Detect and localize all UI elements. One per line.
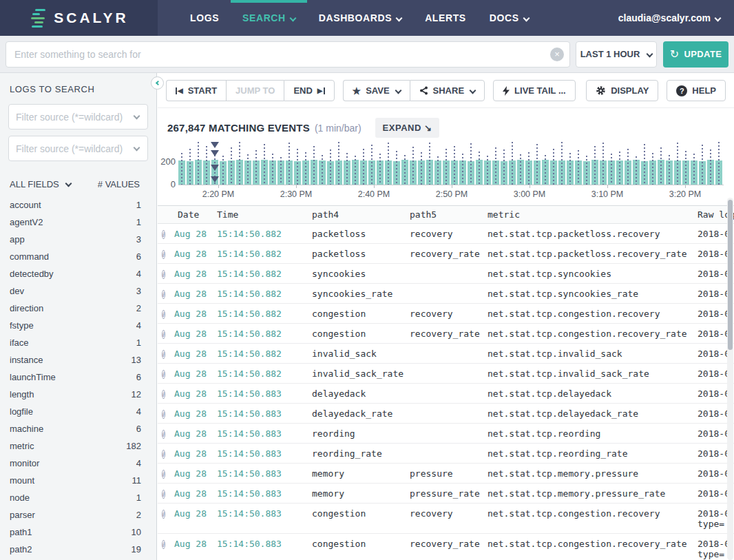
table-row[interactable]: iAug 2815:14:50.883reording_ratenet.stat… bbox=[158, 444, 734, 464]
field-item-path1[interactable]: path110 bbox=[8, 523, 148, 541]
share-dropdown[interactable]: SHARE bbox=[410, 80, 485, 101]
field-item-metric[interactable]: metric182 bbox=[8, 437, 148, 455]
clear-search-icon[interactable]: × bbox=[550, 48, 564, 61]
save-share-group: ★ SAVE SHARE bbox=[343, 80, 485, 101]
histogram-plot-area[interactable]: 2:20 PM2:30 PM2:40 PM2:50 PM3:00 PM3:10 … bbox=[178, 142, 724, 185]
table-row[interactable]: iAug 2815:14:50.882packetlossrecoverynet… bbox=[158, 224, 734, 244]
annotation-marker-icon[interactable] bbox=[211, 150, 219, 156]
all-fields-dropdown[interactable]: ALL FIELDS bbox=[10, 179, 71, 189]
cell-metric: net.stat.tcp.delayedack_rate bbox=[487, 404, 698, 423]
field-value-count: 6 bbox=[136, 372, 141, 382]
field-item-iface[interactable]: iface1 bbox=[8, 334, 148, 351]
table-row[interactable]: iAug 2815:14:50.882invalid_sack_ratenet.… bbox=[158, 364, 734, 384]
table-row[interactable]: iAug 2815:14:50.883congestionrecoverynet… bbox=[158, 504, 734, 534]
info-icon[interactable]: i bbox=[162, 410, 165, 419]
jump-to-button[interactable]: JUMP TO bbox=[226, 80, 284, 101]
info-icon[interactable]: i bbox=[162, 470, 165, 479]
log-filter-input-1[interactable] bbox=[8, 104, 148, 129]
end-button[interactable]: END ▶ bbox=[284, 80, 334, 101]
info-icon[interactable]: i bbox=[162, 390, 165, 399]
field-value-count: 182 bbox=[126, 441, 141, 451]
nav-item-dashboards[interactable]: DASHBOARDS bbox=[307, 0, 413, 36]
nav-item-search[interactable]: SEARCH bbox=[231, 0, 307, 36]
row-icon-cell: i bbox=[158, 324, 174, 343]
field-item-node[interactable]: node1 bbox=[8, 489, 148, 506]
save-dropdown[interactable]: ★ SAVE bbox=[343, 80, 410, 101]
table-row[interactable]: iAug 2815:14:50.882packetlossrecovery_ra… bbox=[158, 244, 734, 264]
field-item-monitor[interactable]: monitor4 bbox=[8, 455, 148, 472]
info-icon[interactable]: i bbox=[162, 370, 165, 379]
field-item-launchTime[interactable]: launchTime6 bbox=[8, 369, 148, 386]
field-item-mount[interactable]: mount11 bbox=[8, 472, 148, 489]
info-icon[interactable]: i bbox=[162, 290, 165, 299]
start-button[interactable]: ◀ START bbox=[166, 80, 226, 101]
table-row[interactable]: iAug 2815:14:50.883memorypressurenet.sta… bbox=[158, 464, 734, 484]
table-row[interactable]: iAug 2815:14:50.883delayedacknet.stat.tc… bbox=[158, 384, 734, 404]
info-icon[interactable]: i bbox=[162, 490, 165, 499]
nav-item-alerts[interactable]: ALERTS bbox=[413, 0, 478, 36]
field-item-parser[interactable]: parser2 bbox=[8, 506, 148, 523]
field-item-command[interactable]: command6 bbox=[8, 248, 148, 265]
table-row[interactable]: iAug 2815:14:50.882syncookies_ratenet.st… bbox=[158, 284, 734, 304]
field-item-path2[interactable]: path219 bbox=[8, 541, 148, 558]
info-icon[interactable]: i bbox=[162, 430, 165, 439]
expand-button[interactable]: EXPAND ↘ bbox=[375, 118, 440, 138]
field-value-count: 19 bbox=[132, 544, 141, 554]
collapse-sidebar-button[interactable] bbox=[151, 76, 164, 90]
field-item-logfile[interactable]: logfile4 bbox=[8, 403, 148, 420]
scrollbar-thumb[interactable] bbox=[728, 200, 733, 350]
annotation-marker-icon[interactable] bbox=[211, 165, 219, 171]
search-row: × LAST 1 HOUR ↻ UPDATE bbox=[0, 36, 734, 73]
table-row[interactable]: iAug 2815:14:50.883delayedack_ratenet.st… bbox=[158, 404, 734, 424]
time-range-dropdown[interactable]: LAST 1 HOUR bbox=[576, 41, 657, 68]
cell-path4: reording_rate bbox=[312, 444, 410, 463]
info-icon[interactable]: i bbox=[162, 250, 165, 259]
search-input[interactable] bbox=[6, 41, 570, 68]
row-icon-cell: i bbox=[158, 284, 174, 303]
cell-metric: net.stat.tcp.packetloss.recovery_rate bbox=[487, 244, 698, 263]
histogram-spike bbox=[272, 154, 273, 185]
field-item-detectedby[interactable]: detectedby4 bbox=[8, 265, 148, 282]
info-icon[interactable]: i bbox=[162, 330, 165, 339]
cell-time: 15:14:50.882 bbox=[217, 264, 312, 283]
info-icon[interactable]: i bbox=[162, 350, 165, 359]
field-item-dev[interactable]: dev3 bbox=[8, 282, 148, 300]
histogram-spike bbox=[685, 151, 686, 185]
live-tail-button[interactable]: LIVE TAIL ... bbox=[493, 80, 576, 101]
info-icon[interactable]: i bbox=[162, 540, 165, 549]
field-item-app[interactable]: app3 bbox=[8, 231, 148, 248]
annotation-marker-icon[interactable] bbox=[211, 142, 219, 148]
jump-to-label: JUMP TO bbox=[235, 85, 275, 96]
nav-item-logs[interactable]: LOGS bbox=[178, 0, 231, 36]
table-row[interactable]: iAug 2815:14:50.883congestionrecovery_ra… bbox=[158, 534, 734, 560]
annotation-marker-icon[interactable] bbox=[211, 176, 219, 183]
info-icon[interactable]: i bbox=[162, 510, 165, 519]
display-button[interactable]: DISPLAY bbox=[586, 80, 658, 101]
log-filter-input-2[interactable] bbox=[8, 136, 148, 161]
info-icon[interactable]: i bbox=[162, 230, 165, 239]
field-item-direction[interactable]: direction2 bbox=[8, 300, 148, 317]
help-button[interactable]: ? HELP bbox=[667, 80, 726, 101]
table-row[interactable]: iAug 2815:14:50.882congestionrecoverynet… bbox=[158, 304, 734, 324]
table-row[interactable]: iAug 2815:14:50.882invalid_sacknet.stat.… bbox=[158, 344, 734, 364]
field-item-account[interactable]: account1 bbox=[8, 196, 148, 214]
events-histogram[interactable]: 200 0 2:20 PM2:30 PM2:40 PM2:50 PM3:00 P… bbox=[158, 142, 734, 203]
field-item-machine[interactable]: machine6 bbox=[8, 420, 148, 437]
scalyr-logo[interactable]: SCALYR bbox=[0, 0, 158, 36]
field-item-instance[interactable]: instance13 bbox=[8, 351, 148, 369]
table-row[interactable]: iAug 2815:14:50.882syncookiesnet.stat.tc… bbox=[158, 264, 734, 284]
update-button[interactable]: ↻ UPDATE bbox=[663, 41, 728, 68]
user-menu[interactable]: claudia@scalyr.com bbox=[605, 0, 734, 36]
field-item-fstype[interactable]: fstype4 bbox=[8, 317, 148, 334]
info-icon[interactable]: i bbox=[162, 450, 165, 459]
info-icon[interactable]: i bbox=[162, 270, 165, 279]
nav-item-docs[interactable]: DOCS bbox=[478, 0, 541, 36]
table-row[interactable]: iAug 2815:14:50.883memorypressure_ratene… bbox=[158, 484, 734, 504]
table-row[interactable]: iAug 2815:14:50.883reordingnet.stat.tcp.… bbox=[158, 424, 734, 444]
cell-path4: congestion bbox=[312, 504, 410, 523]
info-icon[interactable]: i bbox=[162, 310, 165, 319]
field-item-length[interactable]: length12 bbox=[8, 386, 148, 403]
cell-time: 15:14:50.883 bbox=[217, 504, 312, 523]
field-item-agentV2[interactable]: agentV21 bbox=[8, 214, 148, 231]
table-row[interactable]: iAug 2815:14:50.882congestionrecovery_ra… bbox=[158, 324, 734, 344]
